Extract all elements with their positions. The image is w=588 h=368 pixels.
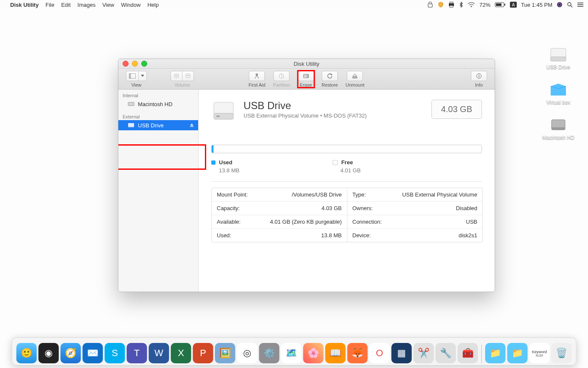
toolbar-view: View (126, 71, 147, 87)
window-zoom-button[interactable] (141, 61, 147, 67)
dock-app-utility-2[interactable]: 🔧 (436, 343, 456, 363)
svg-rect-3 (450, 6, 453, 7)
dock-app-excel[interactable]: X (171, 343, 191, 363)
sidebar-item-macintosh-hd[interactable]: Macintosh HD (118, 99, 198, 109)
highlight-external (118, 144, 206, 170)
bluetooth-icon[interactable] (459, 2, 463, 8)
svg-point-12 (568, 3, 571, 6)
info-table: Mount Point:/Volumes/USB Drive Capacity:… (211, 188, 483, 242)
dock-app-virtualbox[interactable]: ▦ (392, 343, 412, 363)
legend-free-label: Free (341, 159, 353, 166)
svg-rect-22 (129, 73, 131, 79)
svg-line-13 (571, 6, 572, 7)
dock-app-chrome[interactable]: ◎ (237, 343, 258, 363)
input-source-icon[interactable]: A (510, 2, 517, 8)
dock-app-utility-1[interactable]: ✂️ (414, 343, 434, 363)
wifi-icon[interactable] (468, 2, 475, 7)
menubar: Disk Utility File Edit Images View Windo… (0, 0, 588, 10)
svg-text:A: A (512, 3, 515, 7)
free-swatch (333, 160, 338, 165)
dock-app-finder[interactable]: 🙂 (17, 343, 37, 363)
info-value: disk2s1 (459, 232, 477, 239)
info-row: Capacity:4.03 GB (212, 202, 347, 215)
first-aid-button[interactable] (249, 71, 265, 81)
view-sidebar-button[interactable] (126, 71, 139, 81)
desktop-icon-macintosh-hd[interactable]: Macintosh HD (537, 118, 580, 140)
view-options-button[interactable] (139, 71, 147, 81)
toolbar-restore: Restore (322, 71, 338, 87)
restore-button[interactable] (322, 71, 338, 81)
window-close-button[interactable] (123, 61, 129, 67)
dock-app-safari[interactable]: 🧭 (61, 343, 81, 363)
svg-rect-2 (450, 2, 453, 3)
menu-window[interactable]: Window (121, 2, 140, 8)
unmount-label: Unmount (345, 82, 364, 87)
dock-app-outlook[interactable]: ✉️ (83, 343, 103, 363)
svg-rect-0 (428, 4, 432, 7)
sidebar-item-usb-drive[interactable]: USB Drive (118, 120, 198, 130)
dock: 🙂 ◉ 🧭 ✉️ S T W X P 🖼️ ◎ ⚙️ 🗺️ 🌸 📖 🦊 O ▦ … (12, 337, 577, 365)
dock-app-opera[interactable]: O (370, 343, 390, 363)
unmount-button[interactable] (347, 71, 363, 81)
volume-add-button: + (171, 71, 182, 81)
window-titlebar[interactable]: Disk Utility (118, 59, 495, 69)
volume-icon (211, 101, 236, 121)
dock-app-skype[interactable]: S (105, 343, 125, 363)
menu-images[interactable]: Images (78, 2, 96, 8)
dock-app-settings[interactable]: ⚙️ (259, 343, 280, 363)
info-col-right: Type:USB External Physical Volume Owners… (347, 188, 483, 242)
dock-folder-2[interactable]: 📁 (507, 343, 528, 363)
partition-button (274, 71, 290, 81)
dock-separator (482, 345, 482, 363)
dock-app-maps[interactable]: 🗺️ (281, 343, 302, 363)
dock-app-firefox[interactable]: 🦊 (347, 343, 368, 363)
notification-center-icon[interactable] (577, 2, 584, 7)
eject-icon[interactable] (190, 122, 194, 129)
lock-icon[interactable] (427, 2, 434, 8)
svg-text:−: − (187, 75, 189, 78)
svg-point-35 (479, 74, 479, 75)
main-pane: USB Drive USB External Physical Volume •… (199, 90, 495, 292)
dock-file-xlsx[interactable]: KeywordXLSX (529, 343, 550, 363)
shield-icon[interactable] (438, 2, 444, 8)
app-name[interactable]: Disk Utility (10, 2, 39, 8)
svg-rect-36 (479, 76, 479, 77)
desktop-icon-virtual-box[interactable]: Virtual box (537, 83, 580, 105)
dock-app-preview[interactable]: 🖼️ (215, 343, 235, 363)
svg-rect-43 (216, 115, 220, 117)
svg-rect-38 (128, 123, 134, 126)
dock-folder-1[interactable]: 📁 (485, 343, 506, 363)
erase-button[interactable] (298, 71, 314, 81)
desktop[interactable]: USB Drive Virtual box Macintosh HD Disk … (0, 9, 588, 368)
info-key: Available: (217, 219, 241, 225)
menu-view[interactable]: View (102, 2, 114, 8)
dock-app-ibooks[interactable]: 📖 (325, 343, 346, 363)
menu-file[interactable]: File (45, 2, 54, 8)
legend-free: Free 4.01 GB (333, 159, 361, 174)
divider (211, 181, 482, 182)
battery-icon[interactable] (495, 2, 506, 7)
window-minimize-button[interactable] (132, 61, 138, 67)
menu-help[interactable]: Help (147, 2, 159, 8)
dock-trash[interactable]: 🗑️ (552, 343, 572, 363)
info-key: Mount Point: (217, 191, 248, 198)
info-value: /Volumes/USB Drive (292, 191, 342, 198)
svg-rect-39 (128, 126, 134, 127)
dock-app-teams[interactable]: T (127, 343, 147, 363)
dock-app-siri[interactable]: ◉ (39, 343, 59, 363)
dock-app-powerpoint[interactable]: P (193, 343, 213, 363)
external-disk-icon (128, 123, 134, 128)
dock-app-photos[interactable]: 🌸 (303, 343, 324, 363)
siri-icon[interactable] (557, 2, 563, 8)
info-key: Used: (217, 232, 231, 239)
info-key: Type: (353, 191, 366, 198)
dock-app-word[interactable]: W (149, 343, 169, 363)
internal-disk-icon (128, 101, 134, 107)
printer-icon[interactable] (448, 2, 455, 8)
spotlight-icon[interactable] (567, 2, 573, 8)
menu-edit[interactable]: Edit (61, 2, 70, 8)
info-button[interactable] (471, 71, 487, 81)
dock-app-utility-3[interactable]: 🧰 (458, 343, 478, 363)
clock[interactable]: Tue 1:45 PM (521, 2, 552, 8)
desktop-icon-usb-drive[interactable]: USB Drive (537, 48, 580, 70)
